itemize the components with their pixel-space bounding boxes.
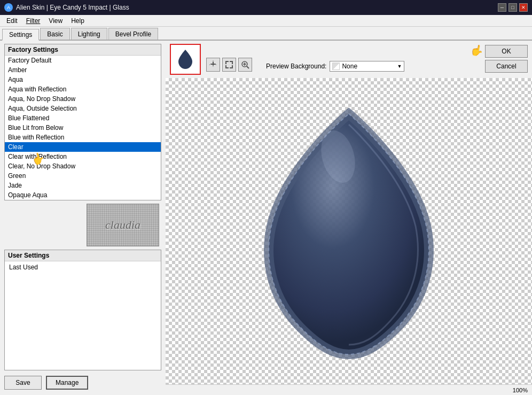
preview-bg-dropdown-icon: ▼ bbox=[397, 64, 402, 69]
close-button[interactable]: ✕ bbox=[519, 3, 528, 12]
window-controls[interactable]: ─ □ ✕ bbox=[498, 3, 528, 12]
zoom-fit-button[interactable] bbox=[222, 58, 236, 72]
bottom-buttons: Save Manage bbox=[4, 374, 161, 392]
list-item-amber[interactable]: Amber bbox=[5, 65, 161, 75]
list-item-blue-flattened[interactable]: Blue Flattened bbox=[5, 113, 161, 123]
title-bar-left: A Alien Skin | Eye Candy 5 Impact | Glas… bbox=[4, 3, 129, 12]
preview-toolbar: Preview Background: None ▼ 👆 OK Cancel bbox=[166, 41, 532, 78]
list-item-aqua-reflection[interactable]: Aqua with Reflection bbox=[5, 84, 161, 94]
ok-button[interactable]: OK bbox=[485, 45, 528, 58]
tab-settings[interactable]: Settings bbox=[2, 29, 39, 41]
zoom-in-icon bbox=[241, 60, 249, 69]
pan-tool-button[interactable] bbox=[206, 58, 220, 72]
preview-bg-value: None bbox=[342, 63, 397, 70]
ok-pointer-annotation: 👆 bbox=[469, 43, 484, 58]
svg-marker-4 bbox=[209, 64, 210, 65]
minimize-button[interactable]: ─ bbox=[498, 3, 506, 12]
tab-basic[interactable]: Basic bbox=[40, 28, 69, 40]
svg-rect-9 bbox=[232, 61, 233, 64]
svg-line-17 bbox=[247, 66, 249, 68]
svg-rect-11 bbox=[225, 65, 226, 68]
app-icon: A bbox=[4, 3, 13, 12]
preview-bg-selector[interactable]: None ▼ bbox=[330, 61, 404, 72]
user-settings-header: User Settings bbox=[5, 250, 161, 261]
window-title: Alien Skin | Eye Candy 5 Impact | Glass bbox=[16, 4, 129, 11]
cancel-button[interactable]: Cancel bbox=[485, 60, 528, 73]
preview-bg-label: Preview Background: bbox=[266, 63, 326, 70]
list-item-aqua-no-drop[interactable]: Aqua, No Drop Shadow bbox=[5, 94, 161, 104]
menu-help[interactable]: Help bbox=[67, 16, 89, 26]
tab-bevel-profile[interactable]: Bevel Profile bbox=[108, 28, 158, 40]
list-item-opaque-aqua[interactable]: Opaque Aqua bbox=[5, 190, 161, 200]
user-settings-list[interactable]: Last Used bbox=[5, 261, 161, 273]
list-item-aqua[interactable]: Aqua bbox=[5, 75, 161, 84]
preview-thumbnail bbox=[170, 44, 201, 75]
menu-bar: Edit Filter View Help bbox=[0, 15, 532, 27]
zoom-fit-icon bbox=[225, 60, 233, 69]
list-item-blue-reflection[interactable]: Blue with Reflection bbox=[5, 133, 161, 142]
tab-lighting[interactable]: Lighting bbox=[71, 28, 107, 40]
zoom-in-button[interactable] bbox=[238, 58, 252, 72]
title-bar: A Alien Skin | Eye Candy 5 Impact | Glas… bbox=[0, 0, 532, 15]
menu-filter[interactable]: Filter bbox=[22, 16, 45, 26]
list-item-last-used[interactable]: Last Used bbox=[6, 262, 160, 272]
list-item-clear[interactable]: Clear bbox=[5, 142, 161, 152]
list-item-clear-no-drop[interactable]: Clear, No Drop Shadow bbox=[5, 161, 161, 171]
list-item-aqua-outside[interactable]: Aqua, Outside Selection bbox=[5, 104, 161, 113]
status-bar: 100% bbox=[166, 384, 532, 395]
list-item-clear-reflection[interactable]: Clear with Reflection bbox=[5, 152, 161, 161]
svg-marker-2 bbox=[213, 60, 214, 61]
factory-settings-list[interactable]: Factory Default Amber Aqua Aqua with Ref… bbox=[5, 56, 161, 200]
menu-edit[interactable]: Edit bbox=[2, 16, 22, 26]
main-layout: Factory Settings Factory Default Amber A… bbox=[0, 41, 532, 395]
svg-rect-1 bbox=[210, 64, 216, 65]
preview-bg-swatch bbox=[332, 63, 340, 70]
user-settings-container: User Settings Last Used bbox=[4, 250, 161, 370]
factory-settings-header: Factory Settings bbox=[5, 44, 161, 56]
menu-view[interactable]: View bbox=[44, 16, 67, 26]
action-buttons: 👆 OK Cancel bbox=[485, 45, 528, 73]
manage-button[interactable]: Manage bbox=[46, 376, 88, 390]
glass-drop-preview bbox=[242, 103, 456, 360]
svg-rect-7 bbox=[225, 61, 226, 64]
zoom-level: 100% bbox=[513, 387, 528, 393]
thumbnail-strip-text: claudia bbox=[105, 218, 140, 232]
left-panel: Factory Settings Factory Default Amber A… bbox=[0, 41, 166, 395]
list-item-jade[interactable]: Jade bbox=[5, 181, 161, 190]
maximize-button[interactable]: □ bbox=[508, 3, 517, 12]
list-item-blue-lit[interactable]: Blue Lit from Below bbox=[5, 123, 161, 133]
drop-thumbnail-icon bbox=[177, 50, 193, 69]
factory-settings-container: Factory Settings Factory Default Amber A… bbox=[4, 44, 161, 200]
save-button[interactable]: Save bbox=[4, 376, 42, 390]
pan-icon bbox=[209, 60, 217, 69]
svg-rect-13 bbox=[232, 65, 233, 68]
right-panel: Preview Background: None ▼ 👆 OK Cancel bbox=[166, 41, 532, 395]
preview-canvas bbox=[166, 78, 532, 384]
tab-bar: Settings Basic Lighting Bevel Profile bbox=[0, 27, 532, 41]
thumbnail-strip: claudia bbox=[87, 204, 159, 246]
svg-marker-3 bbox=[213, 66, 214, 67]
svg-marker-5 bbox=[216, 64, 216, 65]
list-item-green[interactable]: Green bbox=[5, 171, 161, 181]
list-item-factory-default[interactable]: Factory Default bbox=[5, 56, 161, 65]
